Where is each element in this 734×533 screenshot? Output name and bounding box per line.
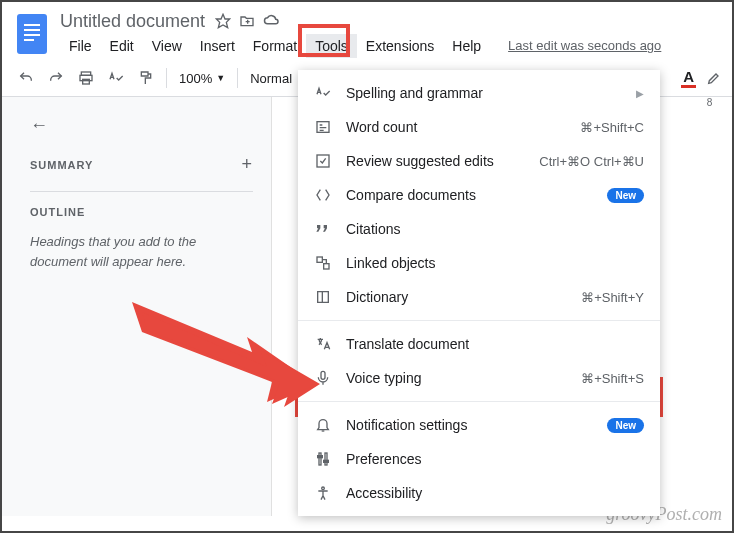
svg-rect-1 <box>24 24 40 26</box>
svg-rect-14 <box>319 453 321 465</box>
menu-format[interactable]: Format <box>244 34 306 58</box>
redo-button[interactable] <box>44 66 68 90</box>
last-edit-link[interactable]: Last edit was seconds ago <box>508 38 661 53</box>
star-icon[interactable] <box>215 13 231 29</box>
accessibility-icon <box>314 484 332 502</box>
menu-view[interactable]: View <box>143 34 191 58</box>
outline-hint: Headings that you add to the document wi… <box>30 232 253 271</box>
svg-point-18 <box>322 487 325 490</box>
review-icon <box>314 152 332 170</box>
dd-translate[interactable]: Translate document <box>298 327 660 361</box>
paragraph-style-select[interactable]: Normal <box>246 71 296 86</box>
print-button[interactable] <box>74 66 98 90</box>
svg-rect-11 <box>317 257 322 262</box>
chevron-right-icon: ▶ <box>636 88 644 99</box>
dd-preferences[interactable]: Preferences <box>298 442 660 476</box>
outline-sidebar: ← SUMMARY + OUTLINE Headings that you ad… <box>2 97 272 516</box>
highlight-button[interactable] <box>706 70 722 86</box>
dd-review-suggested[interactable]: Review suggested edits Ctrl+⌘O Ctrl+⌘U <box>298 144 660 178</box>
tools-dropdown: Spelling and grammar ▶ Word count ⌘+Shif… <box>298 70 660 516</box>
preferences-icon <box>314 450 332 468</box>
menu-file[interactable]: File <box>60 34 101 58</box>
new-badge: New <box>607 188 644 203</box>
linked-objects-icon <box>314 254 332 272</box>
menu-help[interactable]: Help <box>443 34 490 58</box>
compare-icon <box>314 186 332 204</box>
outline-label: OUTLINE <box>30 206 253 218</box>
citations-icon <box>314 220 332 238</box>
add-summary-button[interactable]: + <box>241 154 253 175</box>
dd-citations[interactable]: Citations <box>298 212 660 246</box>
translate-icon <box>314 335 332 353</box>
dd-notification[interactable]: Notification settings New <box>298 408 660 442</box>
menu-extensions[interactable]: Extensions <box>357 34 443 58</box>
zoom-select[interactable]: 100%▼ <box>175 71 229 86</box>
dd-word-count[interactable]: Word count ⌘+Shift+C <box>298 110 660 144</box>
spellcheck-icon <box>314 84 332 102</box>
word-count-icon <box>314 118 332 136</box>
bell-icon <box>314 416 332 434</box>
back-arrow-icon[interactable]: ← <box>30 115 253 136</box>
document-title[interactable]: Untitled document <box>60 11 205 32</box>
svg-rect-4 <box>24 39 34 41</box>
new-badge: New <box>607 418 644 433</box>
dd-accessibility[interactable]: Accessibility <box>298 476 660 510</box>
dictionary-icon <box>314 288 332 306</box>
microphone-icon <box>314 369 332 387</box>
undo-button[interactable] <box>14 66 38 90</box>
spellcheck-button[interactable] <box>104 66 128 90</box>
svg-rect-3 <box>24 34 40 36</box>
svg-rect-17 <box>324 460 329 462</box>
paint-format-button[interactable] <box>134 66 158 90</box>
svg-rect-13 <box>321 371 325 379</box>
dd-voice-typing[interactable]: Voice typing ⌘+Shift+S <box>298 361 660 395</box>
svg-rect-16 <box>318 456 323 458</box>
svg-rect-12 <box>324 264 329 269</box>
cloud-icon[interactable] <box>263 13 281 29</box>
move-icon[interactable] <box>239 13 255 29</box>
menu-edit[interactable]: Edit <box>101 34 143 58</box>
dd-linked-objects[interactable]: Linked objects <box>298 246 660 280</box>
svg-marker-5 <box>216 14 229 27</box>
svg-rect-2 <box>24 29 40 31</box>
svg-rect-15 <box>325 453 327 465</box>
menu-insert[interactable]: Insert <box>191 34 244 58</box>
summary-label: SUMMARY <box>30 159 93 171</box>
dd-dictionary[interactable]: Dictionary ⌘+Shift+Y <box>298 280 660 314</box>
menu-tools[interactable]: Tools <box>306 34 357 58</box>
dd-spelling-grammar[interactable]: Spelling and grammar ▶ <box>298 76 660 110</box>
text-color-button[interactable]: A <box>681 68 696 88</box>
docs-logo-icon[interactable] <box>14 10 50 58</box>
menubar: File Edit View Insert Format Tools Exten… <box>60 34 720 58</box>
dd-compare[interactable]: Compare documents New <box>298 178 660 212</box>
